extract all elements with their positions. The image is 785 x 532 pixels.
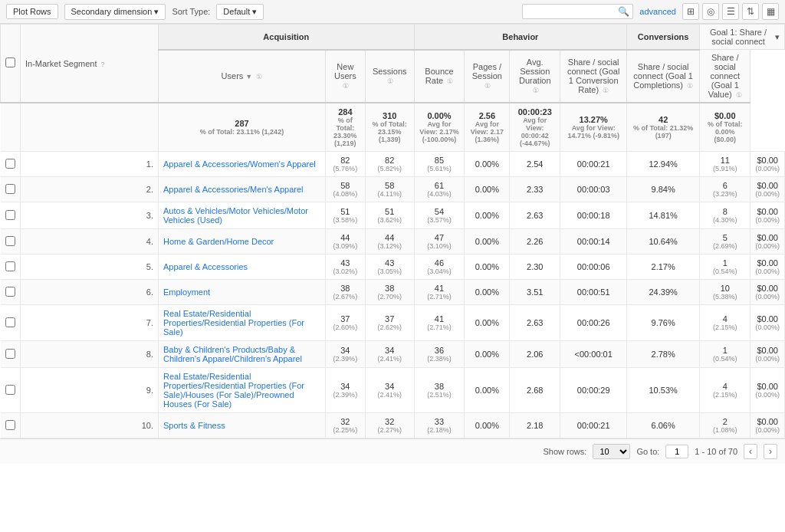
pie-view-icon[interactable]: ◎ [702,3,719,20]
row-number: 2. [21,177,159,202]
compare-view-icon[interactable]: ⇅ [742,3,759,20]
goto-input[interactable] [665,445,688,458]
segment-link[interactable]: Employment [163,287,210,297]
grid-view-icon[interactable]: ⊞ [682,3,699,20]
advanced-link[interactable]: advanced [639,7,676,16]
row-checkbox-cell[interactable] [1,202,21,229]
footer-bar: Show rows: 10 25 50 100 Go to: 1 - 10 of… [0,438,785,464]
row-new-users: 34 (2.41%) [365,368,414,413]
row-checkbox-cell[interactable] [1,177,21,202]
select-all-checkbox[interactable] [5,57,15,67]
row-checkbox[interactable] [5,385,15,395]
row-bounce: 0.00% [465,280,510,305]
col-bounce-rate[interactable]: Bounce Rate ① [414,50,465,103]
help-icon-new-users: ① [343,82,349,90]
totals-conv-rate: 13.27% Avg for View: 14.71% (-9.81%) [560,103,627,152]
row-users: 51 (3.58%) [325,202,365,229]
row-avg-session: 00:00:14 [560,229,627,255]
row-checkbox-cell[interactable] [1,280,21,305]
row-conv-rate: 14.81% [627,202,700,229]
col-new-users[interactable]: New Users ① [325,50,365,103]
row-segment: Real Estate/Residential Properties/Resid… [159,368,326,413]
row-segment: Apparel & Accessories [159,255,326,280]
list-view-icon[interactable]: ☰ [722,3,739,20]
row-number: 6. [21,280,159,305]
row-checkbox[interactable] [5,261,15,271]
row-avg-session: 00:00:26 [560,305,627,341]
col-users[interactable]: Users ▼ ① [159,50,326,103]
plot-rows-button[interactable]: Plot Rows [6,4,58,19]
row-segment: Employment [159,280,326,305]
row-checkbox-cell[interactable] [1,413,21,438]
row-pages: 2.18 [510,413,560,438]
segment-link[interactable]: Sports & Fitness [163,421,225,430]
totals-bounce: 0.00% Avg for View: 2.17% (-100.00%) [414,103,465,152]
totals-checkbox-cell [1,103,21,152]
col-sessions[interactable]: Sessions ① [365,50,414,103]
row-value: $0.00 (0.00%) [751,341,785,368]
row-avg-session: 00:00:29 [560,368,627,413]
row-bounce: 0.00% [465,229,510,255]
row-checkbox-cell[interactable] [1,341,21,368]
row-users: 34 (2.39%) [325,368,365,413]
row-users: 38 (2.67%) [325,280,365,305]
help-icon-segment: ? [101,61,105,68]
row-checkbox-cell[interactable] [1,305,21,341]
row-checkbox[interactable] [5,184,15,194]
select-all-checkbox-header[interactable] [1,25,21,103]
segment-link[interactable]: Apparel & Accessories/Men's Apparel [163,185,303,194]
row-checkbox-cell[interactable] [1,255,21,280]
sort-type-label: Sort Type: [172,7,210,16]
row-avg-session: <00:00:01 [560,341,627,368]
segment-link[interactable]: Home & Garden/Home Decor [163,237,274,246]
row-pages: 2.30 [510,255,560,280]
row-checkbox[interactable] [5,349,15,359]
next-page-button[interactable]: › [764,444,777,459]
search-icon[interactable]: 🔍 [618,6,629,17]
col-pages-session[interactable]: Pages / Session ① [465,50,510,103]
search-input[interactable] [526,7,618,16]
row-checkbox-cell[interactable] [1,152,21,177]
row-checkbox[interactable] [5,236,15,246]
row-new-users: 58 (4.11%) [365,177,414,202]
row-bounce: 0.00% [465,177,510,202]
col-value[interactable]: Share / social connect (Goal 1 Value) ① [700,50,751,103]
table-row: 10. Sports & Fitness 32 (2.25%) 32 (2.27… [1,413,785,438]
secondary-dimension-label: Secondary dimension [71,7,153,16]
row-new-users: 38 (2.70%) [365,280,414,305]
segment-link[interactable]: Apparel & Accessories/Women's Apparel [163,159,316,169]
row-conv-rate: 9.76% [627,305,700,341]
segment-link[interactable]: Real Estate/Residential Properties/Resid… [163,372,304,409]
row-checkbox[interactable] [5,210,15,220]
row-checkbox[interactable] [5,420,15,430]
col-completions[interactable]: Share / social connect (Goal 1 Completio… [627,50,700,103]
goal-group-header: Goal 1: Share / social connect ▾ [700,25,785,50]
segment-link[interactable]: Apparel & Accessories [163,262,248,271]
segment-link[interactable]: Autos & Vehicles/Motor Vehicles/Motor Ve… [163,206,308,225]
segment-link[interactable]: Baby & Children's Products/Baby & Childr… [163,345,302,363]
segment-link[interactable]: Real Estate/Residential Properties/Resid… [163,309,304,337]
row-value: $0.00 (0.00%) [751,305,785,341]
table-row: 1. Apparel & Accessories/Women's Apparel… [1,152,785,177]
row-new-users: 32 (2.27%) [365,413,414,438]
row-completions: 5 (2.69%) [700,229,751,255]
totals-row: 287 % of Total: 23.11% (1,242) 284 % of … [1,103,785,152]
pivot-view-icon[interactable]: ▦ [762,3,779,20]
help-icon-sessions: ① [387,77,393,85]
row-completions: 11 (5.91%) [700,152,751,177]
row-checkbox-cell[interactable] [1,229,21,255]
show-rows-select[interactable]: 10 25 50 100 [593,444,630,459]
sort-default-button[interactable]: Default ▾ [216,4,264,20]
prev-page-button[interactable]: ‹ [744,444,757,459]
table-row: 4. Home & Garden/Home Decor 44 (3.09%) 4… [1,229,785,255]
row-checkbox-cell[interactable] [1,368,21,413]
row-checkbox[interactable] [5,287,15,297]
table-row: 3. Autos & Vehicles/Motor Vehicles/Motor… [1,202,785,229]
row-checkbox[interactable] [5,317,15,327]
row-number: 10. [21,413,159,438]
row-new-users: 43 (3.05%) [365,255,414,280]
secondary-dimension-button[interactable]: Secondary dimension ▾ [64,4,166,20]
row-checkbox[interactable] [5,159,15,169]
col-conversion-rate[interactable]: Share / social connect (Goal 1 Conversio… [560,50,627,103]
col-avg-session[interactable]: Avg. Session Duration ① [510,50,560,103]
